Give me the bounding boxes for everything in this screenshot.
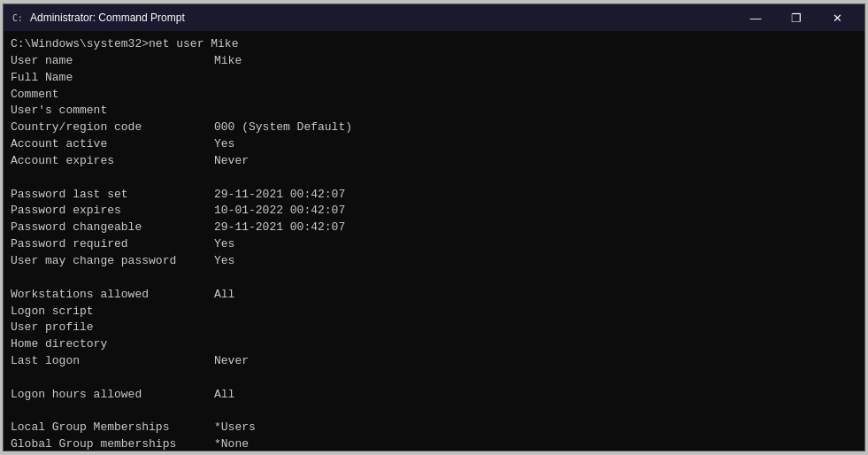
command-input-line: C:\Windows\system32>net user Mike: [11, 36, 857, 53]
row-value: 29-11-2021 00:42:07: [214, 187, 345, 204]
table-row: User may change passwordYes: [11, 253, 857, 270]
row-label: Country/region code: [11, 120, 214, 136]
table-row: User's comment: [11, 103, 857, 120]
table-row: Account expiresNever: [11, 153, 857, 170]
row-value: All: [214, 287, 234, 304]
table-row: Logon script: [11, 304, 857, 320]
row-label: Password required: [11, 236, 214, 253]
table-row: Local Group Memberships*Users: [11, 420, 857, 436]
close-button[interactable]: ✕: [817, 4, 857, 31]
row-label: Local Group Memberships: [11, 420, 214, 436]
table-row: [11, 370, 857, 387]
row-label: Password changeable: [11, 220, 214, 236]
table-row: Workstations allowedAll: [11, 287, 857, 304]
row-value: All: [214, 387, 234, 404]
table-row: Password expires10-01-2022 00:42:07: [11, 203, 857, 220]
row-value: Yes: [214, 136, 234, 153]
row-label: Account active: [11, 136, 214, 153]
row-value: Never: [214, 153, 249, 170]
row-label: Global Group memberships: [11, 436, 214, 451]
row-label: User profile: [11, 320, 214, 336]
row-label: Account expires: [11, 153, 214, 170]
window-title: Administrator: Command Prompt: [30, 12, 735, 24]
console-body[interactable]: C:\Windows\system32>net user Mike User n…: [4, 31, 864, 451]
table-row: Country/region code000 (System Default): [11, 120, 857, 136]
table-row: [11, 404, 857, 420]
table-row: Logon hours allowedAll: [11, 387, 857, 404]
row-label: Logon hours allowed: [11, 387, 214, 404]
maximize-button[interactable]: ❐: [776, 4, 817, 31]
row-value: *None: [214, 436, 249, 451]
row-value: 29-11-2021 00:42:07: [214, 220, 345, 236]
row-label: Last logon: [11, 353, 214, 370]
row-value: Yes: [214, 253, 234, 270]
table-row: [11, 270, 857, 287]
row-label: Password expires: [11, 203, 214, 220]
table-row: Home directory: [11, 336, 857, 353]
table-row: [11, 170, 857, 187]
table-row: Last logonNever: [11, 353, 857, 370]
row-label: Workstations allowed: [11, 287, 214, 304]
title-bar: C: Administrator: Command Prompt — ❐ ✕: [4, 4, 864, 31]
row-value: 10-01-2022 00:42:07: [214, 203, 345, 220]
table-row: Account activeYes: [11, 136, 857, 153]
table-row: User nameMike: [11, 53, 857, 70]
row-label: Logon script: [11, 304, 214, 320]
svg-text:C:: C:: [12, 13, 23, 23]
row-label: User name: [11, 53, 214, 70]
table-row: Password requiredYes: [11, 236, 857, 253]
row-value: *Users: [214, 420, 256, 436]
row-value: Yes: [214, 236, 234, 253]
command-text: C:\Windows\system32>net user Mike: [11, 36, 238, 53]
table-row: Global Group memberships*None: [11, 436, 857, 451]
table-row: Password last set29-11-2021 00:42:07: [11, 187, 857, 204]
minimize-button[interactable]: —: [735, 4, 776, 31]
row-value: 000 (System Default): [214, 120, 352, 136]
window-controls: — ❐ ✕: [735, 4, 857, 31]
row-value: Mike: [214, 53, 242, 70]
table-row: Password changeable29-11-2021 00:42:07: [11, 220, 857, 236]
table-row: Full Name: [11, 70, 857, 87]
row-label: Full Name: [11, 70, 214, 87]
row-value: Never: [214, 353, 249, 370]
table-row: Comment: [11, 87, 857, 104]
console-output: User nameMikeFull NameCommentUser's comm…: [11, 53, 857, 451]
row-label: Comment: [11, 87, 214, 104]
row-label: User may change password: [11, 253, 214, 270]
table-row: User profile: [11, 320, 857, 336]
row-label: Home directory: [11, 336, 214, 353]
row-label: User's comment: [11, 103, 214, 120]
cmd-icon: C:: [11, 11, 25, 25]
cmd-window: C: Administrator: Command Prompt — ❐ ✕ C…: [3, 4, 865, 451]
row-label: Password last set: [11, 187, 214, 204]
